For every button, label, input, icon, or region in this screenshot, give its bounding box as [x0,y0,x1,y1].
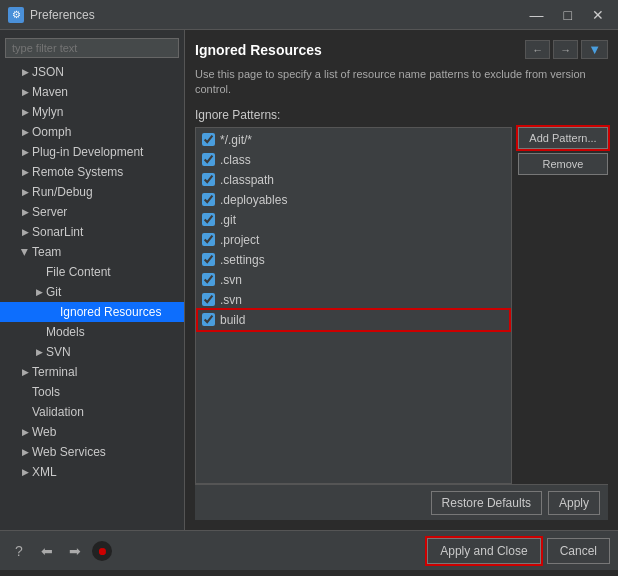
pattern-checkbox[interactable] [202,213,215,226]
sidebar-item-tools[interactable]: Tools [0,382,184,402]
sidebar-item-validation[interactable]: Validation [0,402,184,422]
content-area: Ignored Resources ← → ▼ Use this page to… [185,30,618,530]
sidebar-item-web-services[interactable]: ▶Web Services [0,442,184,462]
pattern-checkbox[interactable] [202,173,215,186]
back-button[interactable]: ← [525,40,550,59]
sidebar-item-json[interactable]: ▶JSON [0,62,184,82]
tree-arrow-icon: ▶ [18,447,32,457]
tree-arrow-icon: ▶ [18,467,32,477]
nav-dropdown-button[interactable]: ▼ [581,40,608,59]
tree-arrow-icon: ▶ [18,87,32,97]
restore-defaults-button[interactable]: Restore Defaults [431,491,542,515]
sidebar-item-svn[interactable]: ▶SVN [0,342,184,362]
sidebar-item-run-debug[interactable]: ▶Run/Debug [0,182,184,202]
filter-input[interactable] [5,38,179,58]
tree-arrow-icon: ▶ [18,427,32,437]
pattern-item[interactable]: .svn [198,290,509,310]
sidebar-item-label: Web [32,425,56,439]
tree-arrow-icon: ▶ [18,127,32,137]
sidebar-item-label: Remote Systems [32,165,123,179]
sidebar-item-web[interactable]: ▶Web [0,422,184,442]
footer: ? ⬅ ➡ ⏺ Apply and Close Cancel [0,530,618,570]
pattern-item[interactable]: */.git/* [198,130,509,150]
pattern-label: */.git/* [220,133,252,147]
sidebar-item-label: SonarLint [32,225,83,239]
pattern-checkbox[interactable] [202,253,215,266]
app-icon: ⚙ [8,7,24,23]
pattern-checkbox[interactable] [202,233,215,246]
sidebar-item-label: Web Services [32,445,106,459]
content-title: Ignored Resources [195,42,322,58]
apply-button[interactable]: Apply [548,491,600,515]
sidebar-item-maven[interactable]: ▶Maven [0,82,184,102]
tree-arrow-icon: ▶ [18,367,32,377]
ignore-patterns-label: Ignore Patterns: [195,108,608,122]
forward-icon[interactable]: ➡ [64,540,86,562]
forward-button[interactable]: → [553,40,578,59]
tree-arrow-icon: ▶ [18,167,32,177]
cancel-button[interactable]: Cancel [547,538,610,564]
sidebar-item-label: Oomph [32,125,71,139]
pattern-item[interactable]: build [198,310,509,330]
sidebar-item-label: Mylyn [32,105,63,119]
pattern-item[interactable]: .deployables [198,190,509,210]
sidebar-item-git[interactable]: ▶Git [0,282,184,302]
sidebar-item-label: Maven [32,85,68,99]
pattern-item[interactable]: .class [198,150,509,170]
tree-arrow-icon: ▶ [32,347,46,357]
pattern-item[interactable]: .project [198,230,509,250]
tree-arrow-icon: ▶ [18,67,32,77]
help-icon[interactable]: ? [8,540,30,562]
tree-arrow-icon: ▶ [18,187,32,197]
titlebar: ⚙ Preferences — □ ✕ [0,0,618,30]
pattern-checkbox[interactable] [202,153,215,166]
sidebar-item-xml[interactable]: ▶XML [0,462,184,482]
pattern-label: .class [220,153,251,167]
window-title: Preferences [30,8,524,22]
content-header: Ignored Resources ← → ▼ [195,40,608,59]
pattern-item[interactable]: .settings [198,250,509,270]
add-pattern-button[interactable]: Add Pattern... [518,127,608,149]
sidebar-item-remote-systems[interactable]: ▶Remote Systems [0,162,184,182]
apply-close-button[interactable]: Apply and Close [427,538,540,564]
pattern-checkbox[interactable] [202,273,215,286]
sidebar-item-oomph[interactable]: ▶Oomph [0,122,184,142]
patterns-buttons: Add Pattern... Remove [518,127,608,484]
sidebar-item-mylyn[interactable]: ▶Mylyn [0,102,184,122]
pattern-checkbox[interactable] [202,133,215,146]
sidebar-item-terminal[interactable]: ▶Terminal [0,362,184,382]
pattern-checkbox[interactable] [202,293,215,306]
patterns-list: */.git/*.class.classpath.deployables.git… [195,127,512,484]
record-icon[interactable]: ⏺ [92,541,112,561]
pattern-label: .classpath [220,173,274,187]
sidebar-item-file-content[interactable]: File Content [0,262,184,282]
tree-arrow-icon: ▶ [32,287,46,297]
sidebar: ▶JSON▶Maven▶Mylyn▶Oomph▶Plug-in Developm… [0,30,185,530]
sidebar-item-ignored-resources[interactable]: Ignored Resources [0,302,184,322]
sidebar-item-plugin-dev[interactable]: ▶Plug-in Development [0,142,184,162]
pattern-item[interactable]: .classpath [198,170,509,190]
remove-button[interactable]: Remove [518,153,608,175]
nav-buttons: ← → ▼ [525,40,608,59]
sidebar-item-team[interactable]: ▶Team [0,242,184,262]
pattern-label: .settings [220,253,265,267]
content-description: Use this page to specify a list of resou… [195,67,608,98]
restore-apply-bar: Restore Defaults Apply [195,484,608,520]
close-button[interactable]: ✕ [586,6,610,24]
maximize-button[interactable]: □ [558,6,578,24]
pattern-label: .svn [220,293,242,307]
pattern-checkbox[interactable] [202,313,215,326]
pattern-item[interactable]: .git [198,210,509,230]
tree-arrow-icon: ▶ [18,207,32,217]
minimize-button[interactable]: — [524,6,550,24]
sidebar-item-models[interactable]: Models [0,322,184,342]
sidebar-item-server[interactable]: ▶Server [0,202,184,222]
pattern-item[interactable]: .svn [198,270,509,290]
sidebar-item-sonarlint[interactable]: ▶SonarLint [0,222,184,242]
pattern-checkbox[interactable] [202,193,215,206]
pattern-label: .project [220,233,259,247]
sidebar-item-label: Server [32,205,67,219]
sidebar-item-label: SVN [46,345,71,359]
back-icon[interactable]: ⬅ [36,540,58,562]
sidebar-item-label: Plug-in Development [32,145,143,159]
